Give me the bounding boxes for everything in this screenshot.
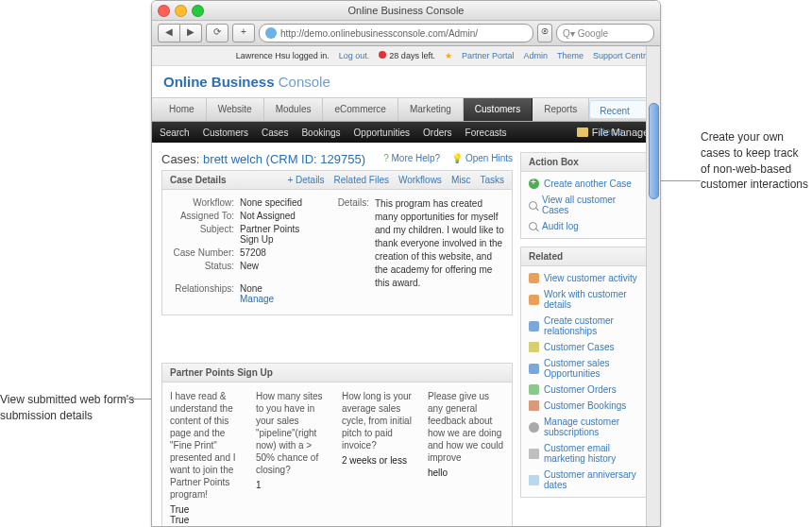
side-link[interactable]: Customer email marketing history (544, 443, 644, 464)
link-icon (529, 321, 539, 332)
close-window-icon[interactable] (158, 5, 170, 17)
side-item[interactable]: Customer anniversary dates (521, 467, 651, 493)
manage-relationships-link[interactable]: Manage (240, 294, 274, 304)
side-item[interactable]: Manage customer subscriptions (521, 414, 651, 440)
url-bar[interactable]: http://demo.onlinebusinessconsole.com/Ad… (259, 24, 533, 42)
workflow-value: None specified (240, 197, 316, 208)
side-link[interactable]: Customer Cases (544, 342, 614, 352)
tab-website[interactable]: Website (207, 98, 264, 121)
mail-icon (529, 449, 539, 459)
theme-link[interactable]: Theme (557, 51, 584, 60)
side-link[interactable]: Customer Orders (544, 384, 617, 395)
action-box-panel: Action Box Create another CaseView all c… (520, 152, 652, 239)
recent-items-button[interactable]: Recent Items (589, 100, 652, 119)
logged-in-text: Lawrence Hsu logged in. (236, 51, 330, 60)
more-help-link[interactable]: ? More Help? (383, 153, 440, 163)
date-icon (529, 475, 539, 485)
file-manager-link[interactable]: File Manager (577, 127, 652, 138)
doc-icon (529, 342, 539, 352)
case-tab-related-files[interactable]: Related Files (334, 175, 389, 185)
side-link[interactable]: Customer anniversary dates (544, 469, 644, 490)
link-icon (529, 364, 539, 374)
sub-nav: SearchCustomersCasesBookingsOpportunitie… (152, 122, 660, 143)
forward-button[interactable]: ▶ (180, 24, 202, 42)
form-question: How long is your average sales cycle, fr… (342, 390, 418, 451)
scrollbar-thumb[interactable] (649, 103, 659, 199)
gear-icon (529, 422, 539, 433)
side-item[interactable]: View customer activity (521, 270, 651, 286)
side-item[interactable]: Create customer relationships (521, 313, 651, 339)
side-item[interactable]: Customer Cases (521, 339, 651, 355)
url-text: http://demo.onlinebusinessconsole.com/Ad… (280, 28, 478, 39)
side-link[interactable]: Create another Case (544, 178, 632, 189)
partner-portal-link[interactable]: Partner Portal (462, 51, 515, 60)
side-link[interactable]: View all customer Cases (542, 195, 644, 215)
side-link[interactable]: View customer activity (544, 273, 637, 283)
side-item[interactable]: Customer sales Opportunities (521, 355, 651, 382)
form-question: I have read & understand the content of … (170, 390, 246, 501)
workflow-label: Workflow: (170, 197, 240, 208)
logout-link[interactable]: Log out. (339, 51, 370, 60)
subnav-opportunities[interactable]: Opportunities (354, 128, 410, 138)
side-link[interactable]: Customer Bookings (544, 400, 626, 411)
side-link[interactable]: Manage customer subscriptions (544, 416, 644, 437)
plus-icon (529, 178, 539, 189)
scrollbar-track[interactable] (646, 46, 660, 527)
admin-link[interactable]: Admin (523, 51, 548, 60)
details-label: Details: (331, 197, 375, 290)
side-item[interactable]: Customer Bookings (521, 398, 651, 414)
subnav-orders[interactable]: Orders (423, 128, 452, 138)
tab-ecommerce[interactable]: eCommerce (323, 98, 398, 121)
tab-marketing[interactable]: Marketing (398, 98, 464, 121)
annotation-left: View submitted web form's submission det… (0, 392, 146, 424)
tab-modules[interactable]: Modules (264, 98, 324, 121)
subnav-search[interactable]: Search (160, 128, 190, 138)
subnav-bookings[interactable]: Bookings (301, 128, 340, 138)
support-link[interactable]: Support Central (593, 51, 652, 60)
side-link[interactable]: Audit log (542, 221, 579, 231)
side-link[interactable]: Create customer relationships (544, 315, 644, 336)
annotation-right: Create your own cases to keep track of n… (701, 129, 809, 193)
back-button[interactable]: ◀ (158, 24, 180, 42)
search-bar[interactable]: Q▾ Google (556, 24, 654, 42)
form-cell: How long is your average sales cycle, fr… (342, 390, 418, 525)
side-item[interactable]: View all customer Cases (521, 192, 651, 218)
case-tab-misc[interactable]: Misc (451, 175, 471, 185)
case-tab-workflows[interactable]: Workflows (398, 175, 442, 185)
browser-toolbar: ◀ ▶ ⟳ + http://demo.onlinebusinessconsol… (152, 21, 660, 46)
tab-home[interactable]: Home (158, 98, 207, 121)
side-item[interactable]: Audit log (521, 218, 651, 234)
side-link[interactable]: Customer sales Opportunities (544, 358, 644, 379)
case-tab-tasks[interactable]: Tasks (480, 175, 504, 185)
rss-button[interactable]: ⦿ (537, 24, 552, 42)
side-link[interactable]: Work with customer details (544, 289, 644, 310)
tab-customers[interactable]: Customers (464, 98, 533, 121)
status-value: New (240, 261, 316, 271)
subnav-customers[interactable]: Customers (203, 128, 248, 138)
subnav-cases[interactable]: Cases (262, 128, 288, 138)
side-item[interactable]: Create another Case (521, 176, 651, 192)
reload-button[interactable]: ⟳ (206, 24, 228, 42)
add-bookmark-button[interactable]: + (232, 24, 255, 42)
case-tab--details[interactable]: + Details (287, 175, 324, 185)
page-title: Cases: brett welch (CRM ID: 129755) (161, 152, 365, 166)
search-placeholder: Google (578, 28, 608, 39)
minimize-window-icon[interactable] (175, 5, 187, 17)
side-item[interactable]: Customer email marketing history (521, 440, 651, 467)
mag-icon (529, 222, 537, 230)
form-cell: Please give us any general feedback abou… (428, 390, 504, 525)
side-item[interactable]: Customer Orders (521, 382, 651, 398)
form-cell: How many sites to you have in your sales… (256, 390, 332, 525)
zoom-window-icon[interactable] (192, 5, 204, 17)
window-titlebar: Online Business Console (152, 1, 660, 21)
subnav-forecasts[interactable]: Forecasts (465, 128, 507, 138)
main-nav: HomeWebsiteModuleseCommerceMarketingCust… (152, 97, 660, 122)
tab-reports[interactable]: Reports (533, 98, 589, 121)
side-item[interactable]: Work with customer details (521, 286, 651, 313)
window-title: Online Business Console (348, 5, 465, 16)
customer-link[interactable]: brett welch (CRM ID: 129755) (203, 152, 365, 166)
traffic-lights[interactable] (158, 5, 204, 17)
person-icon (529, 273, 539, 283)
form-answer: 1 (256, 480, 332, 490)
open-hints-link[interactable]: 💡 Open Hints (451, 153, 513, 163)
